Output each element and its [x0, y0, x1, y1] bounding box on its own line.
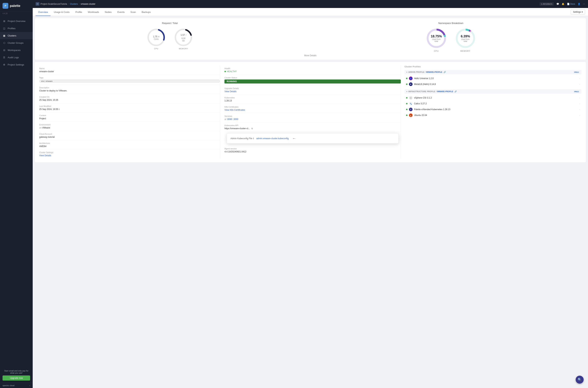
vsphere-arrow[interactable]: ›: [580, 97, 580, 99]
infra-profile-badges: PROJ: [573, 91, 580, 93]
sidebar-item-profiles[interactable]: ◫ Profiles: [0, 25, 33, 32]
chat-icon[interactable]: 💬: [556, 3, 559, 5]
collapse-icon[interactable]: ‹: [29, 384, 30, 387]
tab-usage-costs[interactable]: Usage & Costs: [51, 8, 72, 16]
main-area: ⊟ Project-ScaleSecureTutoria / Clusters …: [33, 0, 588, 388]
mem-used: Used from total: [460, 38, 471, 42]
cpu-gauge-value: 1.75 4 Cores: [153, 35, 159, 40]
cpu-unit: Cores: [153, 38, 159, 40]
kubeconfig-info-icon[interactable]: ℹ: [253, 137, 254, 140]
agent-value: 4.4.10/20240921.0412: [225, 150, 401, 153]
modified-label: Last Modified: [39, 105, 220, 107]
sidebar-item-workspaces[interactable]: ⊟ Workspaces: [0, 47, 33, 54]
tab-events[interactable]: Events: [115, 8, 127, 16]
tags-label: Tags: [39, 76, 220, 79]
ubuntu-arrow[interactable]: ›: [580, 114, 580, 116]
sidebar-item-clusters[interactable]: ▦ Clusters: [0, 32, 33, 39]
k8s-certs-value[interactable]: View K8s Certificates: [225, 109, 401, 111]
sidebar-label-project-settings: Project Settings: [8, 63, 24, 66]
sidebar-item-project-overview[interactable]: ⊞ Project Overview: [0, 17, 33, 25]
topbar-menu[interactable]: ⋯: [583, 3, 585, 5]
metallb-arrow[interactable]: ›: [580, 83, 580, 85]
infra-chevron-icon[interactable]: ▾: [407, 91, 407, 93]
detail-env-row: Environment vm VMware: [39, 122, 220, 131]
tab-scan[interactable]: Scan: [128, 8, 138, 16]
user-avatar[interactable]: 👤: [578, 3, 580, 5]
link-icon: 🔗: [443, 71, 446, 73]
settings-button[interactable]: Settings ▾: [571, 9, 585, 15]
addon-chevron-icon[interactable]: ▾: [407, 71, 407, 73]
palette-k8s-arrow[interactable]: ›: [580, 109, 580, 111]
profile-dot-5: [406, 109, 408, 110]
breadcrumb-sep1: /: [68, 3, 69, 5]
detail-name-row: Name vmware-cluster: [39, 66, 220, 75]
arrow-icon: ←: [292, 136, 296, 141]
detail-k8s-api-row: Kubernetes API https://vmware-cluster-ct…: [225, 122, 401, 132]
hello-universe-arrow[interactable]: ›: [580, 77, 580, 79]
more-details-link[interactable]: More Details: [40, 54, 580, 57]
proj-badge: PROJ: [573, 71, 580, 73]
kubernetes-label: Kubernetes: [225, 97, 401, 99]
services-value: ui :8080 :3000: [225, 118, 401, 121]
detail-arch-row: Architecture AMD64: [39, 140, 220, 149]
sidebar-label-clusters: Clusters: [8, 34, 16, 37]
tab-workloads[interactable]: Workloads: [85, 8, 102, 16]
detail-created-row: Created On 25 Sep 2024, 15:35: [39, 94, 220, 103]
mem-gauge-value: 1.57 / 8.32 Gb: [179, 33, 188, 42]
detail-upgrade-row: Upgrade Details View Details: [225, 85, 401, 95]
sidebar-item-cluster-groups[interactable]: ⬡ Cluster Groups: [0, 39, 33, 47]
cluster-settings-label: Cluster Settings: [39, 151, 220, 153]
calico-arrow[interactable]: ›: [580, 103, 580, 105]
profile-calico: 🐾 Calico 3.27.2 ›: [405, 101, 582, 107]
modified-value: 25 Sep 2024, 16:55 ℹ: [39, 108, 220, 111]
mem-donut-inner: 6.39% Used from total: [460, 34, 471, 42]
infra-profile-group: ▾ INFRASTRUCTURE PROFILE VMWARE-PROFILE …: [405, 89, 582, 118]
workspace-icon: ⊟: [2, 48, 6, 52]
docs-link[interactable]: 📄 Docs: [567, 3, 575, 5]
upgrade-button[interactable]: Upgrade now: [2, 375, 30, 381]
cpu-used: Used from total: [431, 38, 442, 42]
gauges: 1.75 4 Cores CPU: [40, 27, 300, 50]
upgrade-value[interactable]: View Details: [225, 90, 401, 93]
profile-metallb: M MetalLB (Helm) 0.14.8 ›: [405, 81, 582, 87]
search-fab[interactable]: 🔍: [576, 376, 584, 384]
cloud-account-value: gateway-tutorial: [39, 136, 220, 138]
copy-icon[interactable]: ⧉: [251, 127, 253, 130]
layers-icon: ◫: [2, 27, 6, 30]
upgrade-box: Start small and only pay for what you us…: [0, 368, 33, 383]
service-port1[interactable]: :8080: [227, 118, 232, 121]
credits-display: 1.49/100kCh: [539, 2, 554, 6]
kubeconfig-link[interactable]: admin.vmware-cluster.kubeconfig: [256, 137, 288, 140]
detail-services-row: Services ui :8080 :3000: [225, 113, 401, 122]
running-badge: RUNNING: [225, 79, 401, 83]
topbar-right: 1.49/100kCh 💬 🔔 📄 Docs 👤 ⋯: [539, 2, 585, 6]
tab-profile[interactable]: Profile: [73, 8, 85, 16]
modified-info-icon[interactable]: ℹ: [59, 108, 60, 111]
sidebar-item-audit-logs[interactable]: ☰ Audit Logs: [0, 54, 33, 61]
sidebar-item-project-settings[interactable]: ⚙ Project Settings: [0, 61, 33, 68]
context-label: Context: [39, 114, 220, 117]
service-port2[interactable]: :3000: [233, 118, 238, 121]
content-area: Request / Total 1.75: [33, 16, 588, 388]
bell-icon[interactable]: 🔔: [562, 3, 564, 5]
detail-status-row: Cluster Status RUNNING: [225, 75, 401, 85]
chevron-down-icon: ▾: [582, 11, 583, 13]
sidebar-label-profiles: Profiles: [8, 27, 15, 30]
addon-profile-type: ADDON PROFILE: [409, 71, 425, 73]
sidebar-logo[interactable]: P palette: [0, 0, 33, 12]
cpu-donut: 18.75% Used from total: [426, 27, 447, 49]
request-total-section: Request / Total 1.75: [40, 22, 300, 50]
mem-pct: 6.39%: [460, 34, 471, 38]
breadcrumb-clusters[interactable]: Clusters: [70, 3, 78, 5]
cluster-settings-value[interactable]: View Details: [39, 154, 220, 157]
tab-overview[interactable]: Overview: [36, 8, 51, 16]
tab-backups[interactable]: Backups: [139, 8, 153, 16]
kubeconfig-popup: Admin Kubeconfig File ℹ admin.vmware-clu…: [227, 133, 398, 144]
detail-col-middle: Health HEALTHY Cluster Status RUNNING Up…: [220, 66, 401, 159]
health-dot: [225, 71, 226, 72]
breadcrumb: ⊟ Project-ScaleSecureTutoria / Clusters …: [36, 2, 95, 6]
tab-nodes[interactable]: Nodes: [102, 8, 114, 16]
mem-gauge-label: MEMORY: [179, 48, 188, 50]
cpu-num: 1.75: [153, 35, 157, 38]
detail-k8s-row: Kubernetes 1.28.13: [225, 95, 401, 104]
